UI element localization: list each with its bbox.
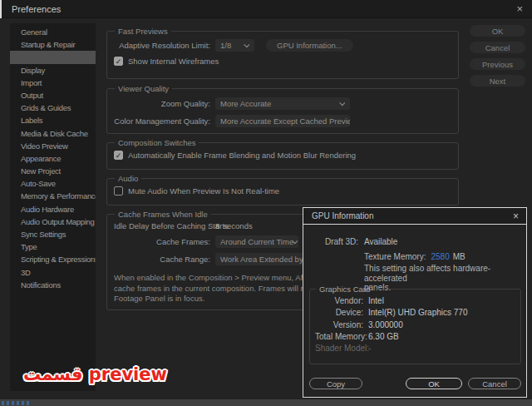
window-edge-artifact: [0, 0, 2, 18]
chevron-down-icon: [244, 42, 249, 47]
graphics-card-row: Device: Intel(R) UHD Graphics 770: [315, 308, 515, 317]
sidebar-item[interactable]: Appearance: [10, 152, 96, 165]
gpu-dialog-title: GPU Information: [312, 211, 373, 220]
gpu-cancel-button[interactable]: Cancel: [468, 378, 521, 389]
next-button[interactable]: Next: [470, 75, 525, 87]
sidebar-item[interactable]: Media & Disk Cache: [10, 127, 96, 140]
preferences-titlebar[interactable]: Preferences ×: [0, 0, 532, 18]
graphics-card-row: Total Memory: 6.30 GB: [315, 332, 515, 341]
sidebar-item[interactable]: Output: [10, 89, 96, 102]
sidebar-item[interactable]: Auto-Save: [10, 177, 96, 190]
gpu-dialog-titlebar[interactable]: GPU Information ×: [303, 208, 526, 225]
gpu-dialog-body: Draft 3D: Available Texture Memory: 2580…: [303, 225, 526, 397]
cache-frames-label: Cache Frames:: [114, 237, 210, 246]
draft-3d-value: Available: [364, 237, 397, 246]
mute-audio-label: Mute Audio When Preview Is Not Real-time: [128, 186, 279, 196]
sidebar-item[interactable]: General: [10, 26, 96, 38]
screen-artifact: [2, 401, 32, 405]
chevron-down-icon: [339, 100, 345, 106]
sidebar-item[interactable]: Import: [10, 77, 96, 89]
cache-range-label: Cache Range:: [114, 255, 210, 264]
close-icon[interactable]: ×: [513, 211, 519, 221]
sidebar-item[interactable]: Video Preview: [10, 140, 96, 152]
sidebar-item[interactable]: Scripting & Expressions: [10, 253, 96, 265]
section-title: Audio: [115, 174, 141, 183]
sidebar-item[interactable]: Audio Hardware: [10, 203, 96, 215]
adaptive-resolution-label: Adaptive Resolution Limit:: [114, 41, 210, 50]
desktop-strip: [0, 399, 532, 406]
sidebar-item[interactable]: Notifications: [10, 279, 96, 291]
section-fast-previews: Fast Previews Adaptive Resolution Limit:…: [106, 27, 459, 79]
section-title: Composition Switches: [115, 138, 199, 147]
draft-3d-label: Draft 3D:: [310, 237, 358, 246]
sidebar-item[interactable]: Type: [10, 240, 96, 253]
sidebar-item[interactable]: Display: [10, 64, 96, 77]
mute-audio-checkbox[interactable]: [114, 186, 123, 196]
preferences-sidebar: General Startup & Repair Display Import …: [10, 23, 96, 391]
sidebar-item[interactable]: Grids & Guides: [10, 102, 96, 114]
sidebar-item[interactable]: 3D: [10, 266, 96, 279]
ok-button[interactable]: OK: [470, 25, 525, 37]
zoom-quality-label: Zoom Quality:: [114, 99, 210, 108]
auto-enable-frame-blending-label: Automatically Enable Frame Blending and …: [128, 151, 356, 160]
show-wireframes-checkbox[interactable]: ✓: [114, 57, 123, 66]
texture-memory-unit: MB: [453, 252, 466, 261]
gpu-ok-button[interactable]: OK: [406, 378, 462, 389]
texture-memory-value[interactable]: 2580: [431, 252, 449, 261]
sidebar-item[interactable]: Audio Output Mapping: [10, 215, 96, 228]
graphics-card-group: Graphics Card Vendor: Intel Device: Inte…: [309, 285, 521, 364]
graphics-card-row: Version: 3.000000: [315, 320, 515, 329]
color-management-quality-dropdown[interactable]: More Accurate Except Cached Preview: [215, 115, 350, 127]
color-management-quality-label: Color Management Quality:: [114, 116, 210, 126]
show-wireframes-label: Show Internal Wireframes: [128, 57, 219, 66]
watermark-text: قسمت preview: [23, 364, 167, 384]
adaptive-resolution-dropdown[interactable]: 1/8: [215, 39, 254, 52]
section-composition-switches: Composition Switches ✓ Automatically Ena…: [106, 138, 459, 170]
gpu-information-dialog: GPU Information × Draft 3D: Available Te…: [303, 207, 527, 398]
cache-frames-dropdown[interactable]: Around Current Time: [215, 235, 298, 248]
sidebar-item[interactable]: New Project: [10, 165, 96, 177]
sidebar-item[interactable]: Startup & Repair: [10, 38, 96, 51]
close-icon[interactable]: ×: [516, 3, 523, 14]
graphics-card-row: Vendor: Intel: [315, 296, 515, 305]
section-title: Viewer Quality: [115, 84, 172, 93]
window-title: Preferences: [12, 4, 61, 14]
graphics-card-title: Graphics Card: [316, 285, 373, 294]
previous-button[interactable]: Previous: [470, 58, 525, 70]
copy-button[interactable]: Copy: [309, 378, 362, 389]
auto-enable-frame-blending-checkbox[interactable]: ✓: [114, 151, 123, 160]
gpu-information-button[interactable]: GPU Information...: [266, 39, 353, 52]
idle-delay-unit: seconds: [223, 221, 252, 230]
graphics-card-row: Shader Model: -: [315, 344, 515, 353]
sidebar-item[interactable]: Sync Settings: [10, 228, 96, 240]
texture-memory-label: Texture Memory:: [364, 252, 426, 261]
zoom-quality-dropdown[interactable]: More Accurate: [215, 97, 350, 110]
idle-delay-value[interactable]: 8: [215, 221, 219, 230]
section-title: Fast Previews: [115, 27, 171, 36]
gpu-dialog-buttons: Copy OK Cancel: [309, 378, 521, 389]
sidebar-item[interactable]: [10, 51, 96, 63]
section-title: Cache Frames When Idle: [115, 210, 211, 219]
idle-delay-label: Idle Delay Before Caching Starts:: [114, 221, 210, 230]
sidebar-item[interactable]: Labels: [10, 114, 96, 126]
sidebar-item[interactable]: Memory & Performance: [10, 190, 96, 202]
cancel-button[interactable]: Cancel: [470, 42, 525, 53]
section-audio: Audio Mute Audio When Preview Is Not Rea…: [106, 174, 459, 205]
section-viewer-quality: Viewer Quality Zoom Quality: More Accura…: [106, 84, 459, 134]
